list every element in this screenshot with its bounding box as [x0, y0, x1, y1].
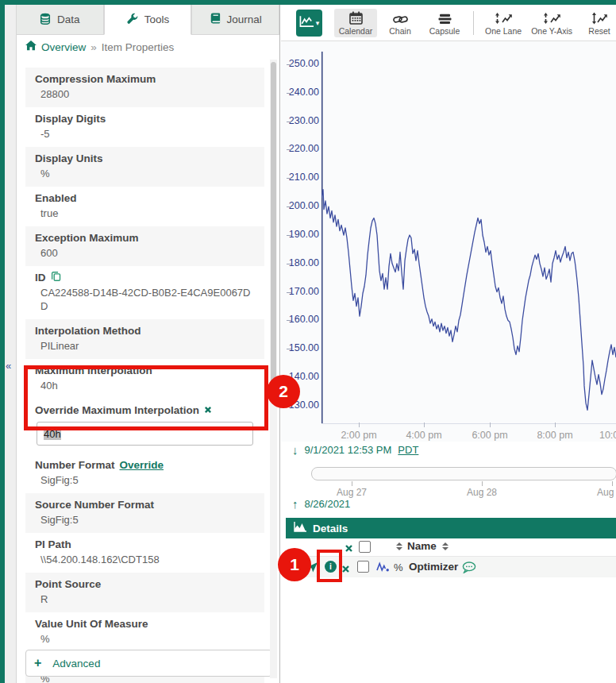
tab-tools[interactable]: Tools [104, 5, 192, 35]
property-label: Number Format [35, 458, 115, 472]
breadcrumb-overview-link[interactable]: Overview [41, 41, 86, 53]
annotate-icon[interactable] [462, 561, 476, 577]
annotation-box-2 [24, 365, 268, 430]
x-axis-tick-label: 10:00 pm [592, 430, 616, 441]
tab-label: Journal [227, 14, 262, 25]
overview-axis-label: Aug 28 [454, 487, 510, 498]
property-value: SigFig:5 [40, 473, 255, 487]
overview-axis-label: Aug 27 [324, 487, 379, 498]
property-value: 28800 [40, 87, 255, 101]
property-label: Display Digits [35, 112, 106, 125]
property-label: Compression Maximum [35, 72, 156, 86]
toolbar-button-reset[interactable]: Reset [578, 9, 616, 37]
toolbar-button-label: Capsule [429, 26, 460, 36]
y-axis-tick [287, 320, 291, 321]
property-row: Compression Maximum28800 [25, 68, 264, 107]
x-axis-tick-label: 4:00 pm [396, 430, 452, 441]
x-axis-tick [490, 423, 491, 427]
sort-icon[interactable] [442, 542, 449, 550]
overview-axis-label: Aug 29 [584, 487, 616, 498]
y-axis-tick-label: 250.00 [284, 58, 319, 69]
property-row: Source Number FormatSigFig:5 [25, 493, 264, 533]
book-icon [210, 13, 221, 27]
toolbar-button-label: Calendar [339, 26, 373, 36]
select-all-checkbox[interactable] [359, 541, 371, 553]
property-label: ID [35, 271, 46, 284]
property-row: IDCA224588-D14B-42CD-B0B2-E4CA9E0067DD [25, 266, 264, 319]
toolbar-button-calendar[interactable]: Calendar [334, 9, 377, 37]
arrow-down-icon: ↓ [292, 443, 298, 457]
property-row: Exception Maximum600 [25, 226, 264, 266]
property-row: Value Unit Of Measure% [25, 612, 264, 652]
tab-journal[interactable]: Journal [191, 5, 279, 35]
calendar-icon [349, 10, 363, 25]
remove-all-icon[interactable] [345, 542, 353, 556]
trend-chart-icon [299, 15, 314, 31]
copy-icon[interactable] [51, 271, 61, 284]
seeq-workbench: « DataToolsJournal Overview » Item Prope… [0, 0, 616, 683]
y-axis-tick-label: 150.00 [284, 342, 319, 353]
property-row: Display Digits-5 [25, 107, 264, 147]
x-axis-tick [424, 423, 425, 427]
property-value: -5 [40, 127, 255, 141]
property-label: Point Source [35, 577, 101, 591]
annotation-box-1 [317, 550, 342, 582]
one-y-axis-icon [543, 10, 561, 25]
tab-data[interactable]: Data [16, 5, 104, 35]
properties-scrollbar[interactable] [270, 60, 277, 678]
property-value: CA224588-D14B-42CD-B0B2-E4CA9E0067DD [40, 286, 255, 313]
toolbar-button-one-y-axis[interactable]: One Y-Axis [527, 9, 576, 37]
rail-collapse-chevron-icon[interactable]: « [6, 360, 16, 372]
y-axis-tick [287, 292, 291, 293]
property-row: Point SourceR [25, 573, 264, 612]
trend-series [321, 41, 616, 424]
property-label: Source Number Format [35, 498, 154, 511]
chain-icon [393, 10, 408, 25]
property-value: 600 [40, 246, 255, 260]
y-axis-tick [287, 178, 291, 179]
toolbar-button-one-lane[interactable]: One Lane [481, 9, 526, 37]
plus-icon: + [34, 656, 41, 670]
y-axis-tick-label: 160.00 [284, 314, 319, 325]
annotation-callout-1: 1 [278, 548, 311, 581]
x-axis-tick-label: 2:00 pm [331, 430, 387, 441]
toolbar-button-chain[interactable]: Chain [379, 9, 422, 37]
x-axis-tick [555, 423, 556, 427]
worksheet-view-dropdown-button[interactable]: ▾ [296, 10, 322, 37]
x-axis-tick-label: 6:00 pm [462, 430, 518, 441]
start-date-label[interactable]: 8/26/2021 [305, 498, 351, 510]
breadcrumb-current: Item Properties [102, 41, 175, 53]
overview-axis-tick [482, 481, 483, 486]
property-label: Display Units [35, 152, 103, 165]
property-value: PILinear [40, 339, 255, 353]
property-label: Interpolation Method [35, 324, 141, 338]
remove-item-icon[interactable] [341, 562, 350, 577]
override-link[interactable]: Override [120, 458, 164, 472]
property-row: PI Path\\54.200.148.162\CDT158 [25, 533, 264, 573]
name-column-header[interactable]: Name [407, 540, 437, 552]
item-checkbox[interactable] [357, 561, 369, 573]
y-axis-tick [287, 149, 291, 150]
y-axis-tick-label: 190.00 [284, 229, 319, 240]
property-value: % [40, 632, 255, 646]
y-axis-tick-label: 210.00 [284, 172, 319, 183]
scrollbar-thumb[interactable] [271, 62, 276, 396]
advanced-button[interactable]: + Advanced [25, 650, 272, 677]
tab-label: Data [57, 14, 80, 25]
end-date-label[interactable]: 9/1/2021 12:53 PM [305, 444, 392, 456]
property-value: true [40, 206, 255, 220]
time-range-scrollbar[interactable] [311, 467, 616, 480]
display-range-end: ↓ 9/1/2021 12:53 PM PDT [292, 443, 418, 457]
overview-axis-tick [352, 481, 352, 486]
item-name[interactable]: Optimizer [409, 561, 458, 573]
timezone-link[interactable]: PDT [398, 444, 418, 456]
left-collapse-rail[interactable] [5, 5, 17, 683]
item-unit: % [394, 561, 403, 573]
property-label: Exception Maximum [35, 231, 139, 245]
y-axis-tick-label: 240.00 [284, 87, 319, 98]
toolbar-button-label: Chain [389, 26, 410, 36]
home-icon [25, 41, 37, 53]
property-label: Value Unit Of Measure [35, 617, 148, 631]
sort-icon[interactable] [396, 542, 402, 550]
toolbar-button-capsule[interactable]: Capsule [423, 9, 466, 37]
